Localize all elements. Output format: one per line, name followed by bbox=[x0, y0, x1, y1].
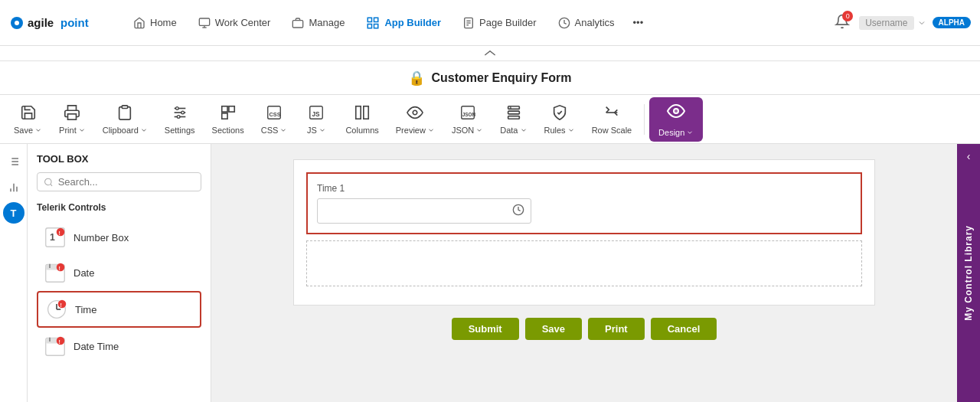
submit-button[interactable]: Submit bbox=[452, 318, 519, 340]
home-icon bbox=[133, 17, 145, 29]
canvas-area: Time 1 Submit Save Print Cancel bbox=[211, 144, 957, 402]
columns-icon bbox=[354, 104, 371, 123]
toolbar-design[interactable]: Design bbox=[649, 97, 703, 142]
nav-home[interactable]: Home bbox=[124, 11, 186, 35]
svg-rect-8 bbox=[368, 18, 372, 21]
toolbox-section-title: Telerik Controls bbox=[37, 202, 201, 213]
toolbox-item-number-box[interactable]: 1 ! Number Box bbox=[37, 221, 201, 254]
rules-icon bbox=[551, 104, 568, 123]
preview-icon bbox=[407, 104, 423, 123]
svg-rect-39 bbox=[508, 111, 520, 114]
toolbar-clipboard[interactable]: Clipboard bbox=[95, 100, 155, 139]
toolbox-date-time-label: Date Time bbox=[74, 341, 119, 352]
nav-more-button[interactable]: ••• bbox=[627, 11, 650, 34]
sidebar-icon-user[interactable]: T bbox=[3, 202, 24, 224]
svg-rect-33 bbox=[364, 106, 368, 119]
print-icon bbox=[64, 104, 80, 123]
notification-badge: 0 bbox=[842, 11, 853, 21]
nav-analytics[interactable]: Analytics bbox=[549, 11, 624, 35]
svg-text:JSON: JSON bbox=[462, 111, 475, 116]
svg-rect-40 bbox=[508, 116, 520, 119]
form-buttons: Submit Save Print Cancel bbox=[452, 318, 717, 340]
svg-point-42 bbox=[674, 109, 678, 113]
chevron-up-icon bbox=[484, 50, 496, 57]
sections-icon bbox=[220, 104, 237, 123]
print-button[interactable]: Print bbox=[588, 318, 645, 340]
toolbox-panel: TOOL BOX Telerik Controls 1 ! Number Box bbox=[28, 144, 211, 402]
nav-work-center[interactable]: Work Center bbox=[189, 11, 280, 35]
svg-text:point: point bbox=[60, 16, 89, 29]
toolbar-json-label: JSON bbox=[452, 126, 483, 135]
grid-icon bbox=[366, 16, 380, 30]
toolbar-data[interactable]: A Data bbox=[492, 100, 534, 139]
nav-work-center-label: Work Center bbox=[215, 17, 271, 28]
notification-bell[interactable]: 0 bbox=[828, 8, 856, 38]
toolbar-row-scale[interactable]: Row Scale bbox=[584, 100, 640, 139]
toolbar-print[interactable]: Print bbox=[51, 100, 93, 139]
collapse-bar[interactable] bbox=[0, 46, 980, 61]
toolbar-rules[interactable]: Rules bbox=[537, 100, 583, 139]
nav-page-builder[interactable]: Page Builder bbox=[453, 11, 545, 35]
toolbar-sections-label: Sections bbox=[212, 126, 244, 135]
row-scale-icon bbox=[603, 104, 620, 123]
time-input[interactable] bbox=[318, 201, 506, 221]
svg-rect-25 bbox=[221, 106, 227, 111]
time-input-wrapper[interactable] bbox=[317, 198, 531, 224]
toolbox-item-date-time[interactable]: ! Date Time bbox=[37, 329, 201, 363]
toolbox-item-date[interactable]: ! Date bbox=[37, 256, 201, 289]
svg-point-22 bbox=[175, 106, 178, 109]
toolbox-title: TOOL BOX bbox=[37, 153, 201, 165]
toolbar-js-label: JS bbox=[307, 126, 326, 135]
nav-manage-label: Manage bbox=[309, 17, 345, 28]
number-box-icon: 1 ! bbox=[44, 227, 66, 248]
svg-rect-4 bbox=[199, 18, 209, 25]
search-icon bbox=[44, 177, 54, 188]
sidebar-icon-chart[interactable] bbox=[2, 176, 25, 199]
toolbar-clipboard-label: Clipboard bbox=[103, 126, 148, 135]
logo[interactable]: agile point bbox=[9, 11, 109, 35]
toolbar-json[interactable]: JSON JSON bbox=[444, 100, 491, 139]
toolbar-css[interactable]: CSS CSS bbox=[253, 100, 296, 139]
save-button[interactable]: Save bbox=[525, 318, 582, 340]
lock-icon: 🔒 bbox=[408, 70, 425, 87]
svg-text:1: 1 bbox=[50, 232, 55, 243]
json-icon: JSON bbox=[459, 104, 476, 123]
svg-rect-11 bbox=[374, 24, 378, 28]
clock-icon bbox=[506, 199, 531, 223]
settings-icon bbox=[172, 104, 188, 123]
toolbar-save[interactable]: Save bbox=[6, 100, 50, 139]
search-input[interactable] bbox=[58, 176, 194, 188]
toolbox-date-label: Date bbox=[74, 267, 94, 279]
svg-point-24 bbox=[177, 115, 180, 118]
svg-text:!: ! bbox=[58, 339, 60, 345]
form-title: Customer Enquiry Form bbox=[431, 71, 571, 85]
nav-manage[interactable]: Manage bbox=[283, 11, 354, 35]
nav-app-builder[interactable]: App Builder bbox=[357, 10, 450, 36]
data-icon: A bbox=[505, 104, 522, 123]
form-title-bar: 🔒 Customer Enquiry Form bbox=[0, 61, 980, 95]
top-navigation: agile point Home Work Center Manage App … bbox=[0, 0, 980, 46]
user-menu[interactable]: Username ALPHA bbox=[859, 16, 971, 30]
svg-point-1 bbox=[15, 21, 19, 25]
svg-text:!: ! bbox=[60, 302, 61, 308]
toolbar-design-label: Design bbox=[658, 128, 694, 137]
sidebar-icon-list[interactable] bbox=[2, 150, 25, 173]
toolbar-preview[interactable]: Preview bbox=[388, 100, 443, 139]
toolbox-item-time[interactable]: ! Time bbox=[37, 291, 201, 328]
form-row-time[interactable]: Time 1 bbox=[306, 172, 862, 234]
toolbox-search-container[interactable] bbox=[37, 172, 201, 191]
page-icon bbox=[462, 17, 475, 29]
briefcase-icon bbox=[292, 17, 304, 29]
toolbar-sections[interactable]: Sections bbox=[204, 100, 252, 139]
control-library-panel[interactable]: ‹ My Control Library bbox=[957, 144, 980, 402]
list-icon bbox=[8, 155, 20, 168]
cancel-button[interactable]: Cancel bbox=[651, 318, 717, 340]
svg-point-56 bbox=[57, 228, 65, 237]
css-icon: CSS bbox=[266, 104, 283, 123]
toolbar-columns[interactable]: Columns bbox=[338, 100, 386, 139]
toolbar-settings[interactable]: Settings bbox=[157, 100, 203, 139]
nav-page-builder-label: Page Builder bbox=[479, 17, 536, 28]
user-name-label: Username bbox=[859, 16, 913, 30]
toolbar-js[interactable]: JS JS bbox=[296, 100, 336, 139]
nav-home-label: Home bbox=[150, 17, 177, 28]
